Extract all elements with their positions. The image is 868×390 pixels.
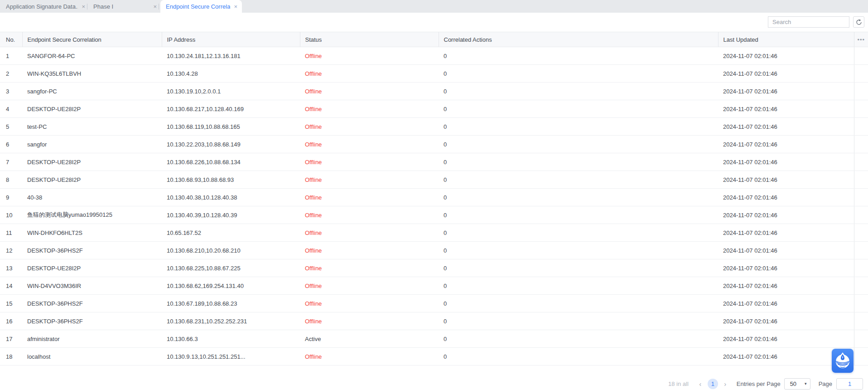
column-header-no: No. [0,32,22,47]
cell-actions: 0 [439,189,718,206]
cell-ip: 10.130.4.28 [162,65,300,83]
tab-endpoint-secure-correlation[interactable]: Endpoint Secure Correla... × [160,0,242,13]
close-icon[interactable]: × [82,4,85,10]
column-header-status: Status [300,32,439,47]
cell-status: Offline [300,171,439,189]
cell-options [854,65,868,83]
cell-status: Offline [300,83,439,100]
table-row[interactable]: 14WIN-D4VVO3M36IR10.130.68.62,169.254.13… [0,277,868,295]
cell-updated: 2024-11-07 02:01:46 [718,153,854,171]
cell-ip: 10.130.68.231,10.252.252.231 [162,312,300,330]
cell-no: 7 [0,153,22,171]
total-count-label: 18 in all [668,380,689,387]
cell-no: 15 [0,295,22,312]
tab-phase-i[interactable]: Phase I × [87,0,159,13]
cell-name: 40-38 [22,189,162,206]
table-row[interactable]: 1SANGFOR-64-PC10.130.24.181,12.13.16.181… [0,47,868,65]
close-icon[interactable]: × [234,4,237,10]
tab-label: Application Signature Data... [6,3,78,10]
table-row[interactable]: 12DESKTOP-36PHS2F10.130.68.210,10.20.68.… [0,242,868,259]
cell-no: 9 [0,189,22,206]
cell-ip: 10.65.167.52 [162,224,300,242]
refresh-button[interactable] [853,16,864,28]
cell-no: 6 [0,136,22,153]
cell-status: Offline [300,65,439,83]
cell-name: DESKTOP-36PHS2F [22,295,162,312]
table-row[interactable]: 15DESKTOP-36PHS2F10.130.67.189,10.88.68.… [0,295,868,312]
cell-name: DESKTOP-36PHS2F [22,242,162,259]
table-row[interactable]: 16DESKTOP-36PHS2F10.130.68.231,10.252.25… [0,312,868,330]
cell-updated: 2024-11-07 02:01:46 [718,189,854,206]
table-row[interactable]: 10鱼猫的测试电脑yumao1995012510.130.40.39,10.12… [0,206,868,224]
table-row[interactable]: 18localhost10.130.9.13,10.251.251.251...… [0,348,868,366]
cell-actions: 0 [439,242,718,259]
table-row[interactable]: 6sangfor10.130.22.203,10.88.68.149Offlin… [0,136,868,153]
cell-options [854,224,868,242]
cell-options [854,242,868,259]
cell-name: 鱼猫的测试电脑yumao19950125 [22,206,162,224]
cell-no: 13 [0,259,22,277]
cell-actions: 0 [439,277,718,295]
table-row[interactable]: 3sangfor-PC10.130.19.10,2.0.0.1Offline02… [0,83,868,100]
table-row[interactable]: 17afministrator10.130.66.3Active02024-11… [0,330,868,348]
cell-options [854,153,868,171]
tab-application-signature-database[interactable]: Application Signature Data... × [0,0,87,13]
assistant-widget[interactable] [832,349,854,373]
entries-per-page-select[interactable]: 50 ▾ [784,378,810,390]
current-page-button[interactable]: 1 [708,379,718,389]
cell-options [854,206,868,224]
cell-options [854,259,868,277]
cell-name: SANGFOR-64-PC [22,47,162,65]
column-header-last-updated: Last Updated [718,32,854,47]
endpoint-correlation-table: No.Endpoint Secure CorrelationIP Address… [0,32,868,366]
tab-label: Endpoint Secure Correla... [166,3,230,10]
table-row[interactable]: 7DESKTOP-UE28I2P10.130.68.226,10.88.68.1… [0,153,868,171]
cell-options [854,312,868,330]
page-number-input[interactable] [836,378,863,390]
cell-ip: 10.130.68.217,10.128.40.169 [162,100,300,118]
cell-updated: 2024-11-07 02:01:46 [718,277,854,295]
cell-ip: 10.130.68.93,10.88.68.93 [162,171,300,189]
cell-actions: 0 [439,136,718,153]
table-row[interactable]: 11WIN-DHKFO6HLT2S10.65.167.52Offline0202… [0,224,868,242]
cell-name: afministrator [22,330,162,348]
cell-ip: 10.130.68.226,10.88.68.134 [162,153,300,171]
cell-actions: 0 [439,206,718,224]
cell-actions: 0 [439,100,718,118]
next-page-button[interactable]: › [721,380,729,388]
cell-actions: 0 [439,47,718,65]
cell-status: Offline [300,136,439,153]
cell-updated: 2024-11-07 02:01:46 [718,224,854,242]
cell-actions: 0 [439,330,718,348]
cell-status: Offline [300,312,439,330]
cell-options [854,295,868,312]
cell-actions: 0 [439,259,718,277]
cell-ip: 10.130.9.13,10.251.251.251... [162,348,300,366]
table-row[interactable]: 5test-PC10.130.68.119,10.88.68.165Offlin… [0,118,868,136]
cell-name: DESKTOP-UE28I2P [22,259,162,277]
column-header-endpoint-secure-correlation: Endpoint Secure Correlation [22,32,162,47]
cell-options [854,136,868,153]
cell-options [854,47,868,65]
close-icon[interactable]: × [153,4,157,10]
table-row[interactable]: 940-3810.130.40.38,10.128.40.38Offline02… [0,189,868,206]
cell-no: 14 [0,277,22,295]
table-row[interactable]: 4DESKTOP-UE28I2P10.130.68.217,10.128.40.… [0,100,868,118]
cell-options [854,83,868,100]
refresh-icon [856,19,862,25]
cell-status: Offline [300,100,439,118]
cell-ip: 10.130.68.119,10.88.68.165 [162,118,300,136]
prev-page-button[interactable]: ‹ [696,380,704,388]
table-row[interactable]: 2WIN-KQ35L6TLBVH10.130.4.28Offline02024-… [0,65,868,83]
search-input[interactable] [768,19,854,25]
tab-divider [159,4,159,10]
more-options-button[interactable]: ••• [854,32,868,47]
table-row[interactable]: 8DESKTOP-UE28I2P10.130.68.93,10.88.68.93… [0,171,868,189]
cell-actions: 0 [439,295,718,312]
cell-status: Offline [300,206,439,224]
cell-no: 8 [0,171,22,189]
cell-name: WIN-KQ35L6TLBVH [22,65,162,83]
cell-name: WIN-DHKFO6HLT2S [22,224,162,242]
table-row[interactable]: 13DESKTOP-UE28I2P10.130.68.225,10.88.67.… [0,259,868,277]
cell-options [854,330,868,348]
